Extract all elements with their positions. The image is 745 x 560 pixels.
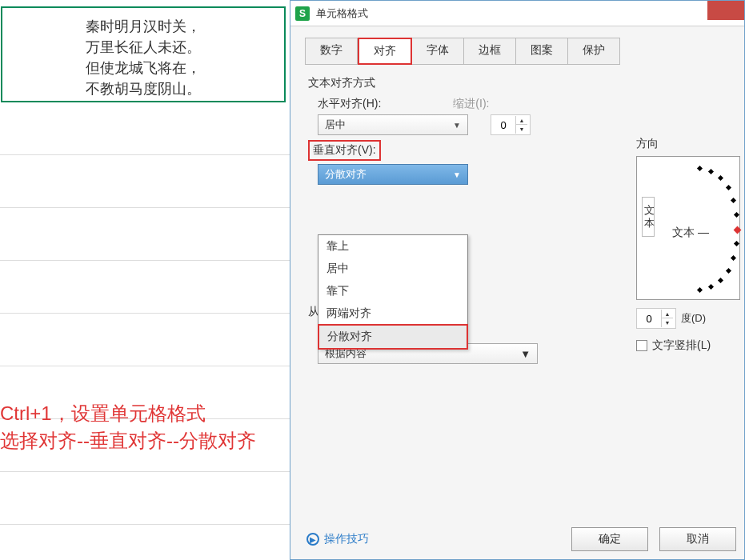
chevron-down-icon: ▼: [453, 170, 461, 179]
chevron-down-icon: ▼: [520, 348, 531, 360]
tab-number[interactable]: 数字: [305, 38, 358, 65]
cancel-button[interactable]: 取消: [659, 527, 736, 551]
dialog-footer: ▶ 操作技巧 确定 取消: [306, 527, 736, 551]
spinner-down-icon[interactable]: ▼: [662, 318, 673, 327]
annotation-overlay: Ctrl+1，设置单元格格式 选择对齐--垂直对齐--分散对齐: [0, 400, 256, 454]
degree-spinner[interactable]: ▲ ▼: [636, 308, 676, 329]
app-icon: S: [295, 6, 310, 21]
cell-line: 万里长征人未还。: [86, 37, 201, 58]
dialog-title: 单元格格式: [316, 6, 368, 21]
spreadsheet-area: 秦时明月汉时关， 万里长征人未还。 但使龙城飞将在， 不教胡马度阴山。 Ctrl…: [0, 0, 290, 560]
degree-unit-label: 度(D): [681, 311, 706, 326]
close-button[interactable]: [707, 1, 744, 20]
indent-input[interactable]: [491, 119, 515, 131]
tab-protect[interactable]: 保护: [568, 38, 620, 65]
ok-button[interactable]: 确定: [571, 527, 648, 551]
chevron-down-icon: ▼: [453, 121, 461, 130]
titlebar[interactable]: S 单元格格式: [290, 1, 744, 26]
dropdown-item-top[interactable]: 靠上: [318, 235, 467, 258]
dropdown-item-justify[interactable]: 两端对齐: [318, 302, 467, 325]
horizontal-align-value: 居中: [325, 118, 346, 132]
play-icon: ▶: [306, 533, 319, 546]
vertical-align-dropdown: 靠上 居中 靠下 两端对齐 分散对齐: [318, 234, 468, 350]
grid-row[interactable]: [0, 208, 290, 261]
tab-font[interactable]: 字体: [412, 38, 464, 65]
cell-format-dialog: S 单元格格式 数字 对齐 字体 边框 图案 保护 文本对齐方式 水平对齐(H)…: [290, 0, 745, 560]
text-align-section-label: 文本对齐方式: [308, 76, 727, 90]
vertical-text-label: 文字竖排(L): [652, 338, 711, 353]
grid: [0, 102, 290, 525]
tab-pattern[interactable]: 图案: [516, 38, 568, 65]
orientation-label: 方向: [636, 137, 744, 151]
grid-row[interactable]: [0, 472, 290, 525]
orientation-panel: 方向 文 本 文本 —: [636, 137, 744, 353]
annotation-line: 选择对齐--垂直对齐--分散对齐: [0, 427, 256, 454]
dropdown-item-middle[interactable]: 居中: [318, 258, 467, 280]
annotation-line: Ctrl+1，设置单元格格式: [0, 400, 256, 427]
grid-row[interactable]: [0, 314, 290, 366]
selected-cell[interactable]: 秦时明月汉时关， 万里长征人未还。 但使龙城飞将在， 不教胡马度阴山。: [1, 6, 286, 102]
spinner-down-icon[interactable]: ▼: [516, 125, 527, 134]
cell-line: 但使龙城飞将在，: [86, 58, 201, 78]
horizontal-align-label: 水平对齐(H):: [308, 97, 381, 111]
horizontal-align-combo[interactable]: 居中 ▼: [318, 114, 468, 135]
spinner-up-icon[interactable]: ▲: [662, 310, 673, 318]
orientation-box[interactable]: 文 本 文本 —: [636, 156, 740, 300]
orientation-arc[interactable]: [664, 166, 739, 294]
dropdown-item-distributed[interactable]: 分散对齐: [318, 324, 468, 350]
cell-line: 秦时明月汉时关，: [86, 16, 201, 37]
vertical-text-button[interactable]: 文 本: [642, 197, 655, 237]
vertical-align-combo[interactable]: 分散对齐 ▼: [318, 164, 468, 185]
tab-border[interactable]: 边框: [464, 38, 516, 65]
grid-row[interactable]: [0, 102, 290, 155]
dialog-content: 文本对齐方式 水平对齐(H): 缩进(I): 居中 ▼ ▲ ▼ 垂直对齐(V):: [290, 65, 744, 545]
indent-spinner[interactable]: ▲ ▼: [491, 114, 531, 135]
vertical-align-value: 分散对齐: [325, 167, 366, 182]
tab-bar: 数字 对齐 字体 边框 图案 保护: [290, 26, 744, 65]
tips-label: 操作技巧: [324, 532, 369, 546]
cell-line: 不教胡马度阴山。: [86, 78, 201, 99]
vertical-align-label: 垂直对齐(V):: [308, 140, 381, 161]
vertical-text-checkbox[interactable]: [636, 340, 647, 351]
spinner-up-icon[interactable]: ▲: [516, 116, 527, 125]
tips-link[interactable]: ▶ 操作技巧: [306, 532, 369, 546]
dropdown-item-bottom[interactable]: 靠下: [318, 280, 467, 302]
degree-input[interactable]: [637, 313, 661, 325]
grid-row[interactable]: [0, 261, 290, 314]
indent-label: 缩进(I):: [453, 97, 489, 111]
tab-align[interactable]: 对齐: [358, 38, 412, 65]
grid-row[interactable]: [0, 155, 290, 208]
